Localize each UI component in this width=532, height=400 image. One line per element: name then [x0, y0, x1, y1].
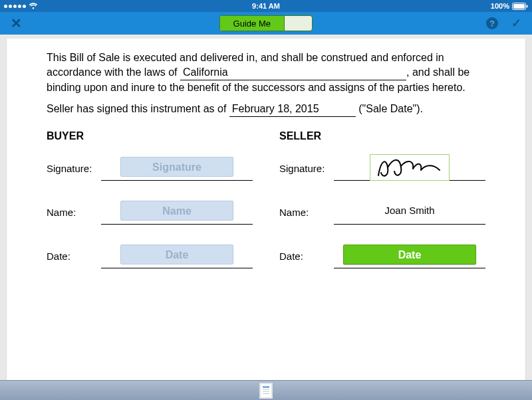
document-viewport[interactable]: This Bill of Sale is executed and delive… [0, 35, 532, 380]
seller-heading: SELLER [279, 129, 485, 144]
buyer-signature-button[interactable]: Signature [120, 157, 233, 177]
seller-signature-label: Signature: [279, 162, 334, 181]
buyer-column: BUYER Signature: Signature Name: Name Da… [47, 124, 253, 283]
buyer-name-button[interactable]: Name [120, 201, 233, 221]
app-top-bar: ✕ Guide Me ? ✓ [0, 12, 532, 35]
buyer-name-label: Name: [47, 206, 101, 225]
seller-column: SELLER Signature: Name: Joan Smith [279, 124, 485, 283]
close-icon[interactable]: ✕ [11, 15, 22, 31]
done-check-icon[interactable]: ✓ [511, 16, 521, 31]
help-icon[interactable]: ? [486, 17, 498, 29]
seller-date-label: Date: [279, 250, 334, 268]
guide-me-toggle[interactable]: Guide Me [219, 15, 313, 31]
sale-date-field[interactable]: February 18, 2015 [229, 102, 356, 118]
document-page: This Bill of Sale is executed and delive… [7, 39, 525, 380]
buyer-signature-label: Signature: [47, 162, 101, 181]
status-time: 9:41 AM [0, 2, 532, 10]
state-field[interactable]: California [180, 65, 406, 81]
buyer-heading: BUYER [47, 129, 253, 144]
svg-rect-2 [527, 5, 528, 7]
paragraph-jurisdiction: This Bill of Sale is executed and delive… [47, 50, 485, 95]
battery-percent: 100% [491, 2, 509, 10]
svg-rect-1 [513, 4, 525, 9]
seller-name-label: Name: [279, 206, 334, 225]
paragraph-sale-date: Seller has signed this instrument as of … [47, 102, 485, 118]
ios-status-bar: 9:41 AM 100% [0, 0, 532, 12]
seller-date-button[interactable]: Date [343, 245, 476, 264]
wifi-icon [29, 3, 38, 9]
battery-icon [512, 3, 528, 10]
page-thumbnail-icon[interactable] [259, 383, 273, 399]
guide-me-label: Guide Me [220, 16, 285, 31]
signal-icon [4, 5, 26, 8]
buyer-date-label: Date: [47, 250, 101, 268]
buyer-date-button[interactable]: Date [120, 245, 233, 264]
seller-signature-image[interactable] [370, 154, 450, 181]
bottom-toolbar [0, 380, 532, 400]
seller-name-value[interactable]: Joan Smith [334, 204, 485, 217]
